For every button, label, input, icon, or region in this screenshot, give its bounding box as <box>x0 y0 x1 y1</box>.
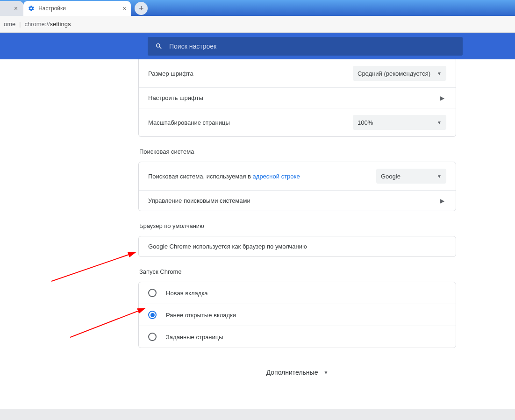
tab-strip: × Настройки × + <box>0 0 515 16</box>
startup-option-label: Заданные страницы <box>166 334 223 341</box>
gear-icon <box>28 5 35 12</box>
manage-search-engines-row[interactable]: Управление поисковыми системами ▶ <box>139 190 456 211</box>
url-field[interactable]: chrome://settings <box>24 21 71 28</box>
url-path: settings <box>50 21 71 28</box>
startup-option-label: Ранее открытые вкладки <box>166 312 236 319</box>
url-scheme: chrome:// <box>24 21 50 28</box>
search-icon <box>155 43 163 50</box>
search-engine-label: Поисковая система, используемая в адресн… <box>148 173 376 180</box>
customize-fonts-label: Настроить шрифты <box>148 94 438 101</box>
advanced-toggle[interactable]: Дополнительные ▼ <box>138 369 456 376</box>
appearance-card: Размер шрифта Средний (рекомендуется) ▼ … <box>138 59 456 137</box>
chevron-down-icon: ▼ <box>437 120 442 125</box>
startup-option-new-tab[interactable]: Новая вкладка <box>139 282 456 304</box>
search-engine-value: Google <box>381 173 401 180</box>
startup-option-label: Новая вкладка <box>166 290 208 297</box>
tab-title: Настройки <box>38 5 66 12</box>
address-bar: ome | chrome://settings <box>0 16 515 33</box>
chevron-down-icon: ▼ <box>437 71 442 76</box>
close-icon[interactable]: × <box>122 5 126 12</box>
taskbar-fragment <box>0 409 515 420</box>
page-zoom-dropdown[interactable]: 100% ▼ <box>353 115 446 130</box>
search-engine-dropdown[interactable]: Google ▼ <box>376 169 446 184</box>
close-icon[interactable]: × <box>14 5 18 12</box>
chevron-down-icon: ▼ <box>437 174 442 179</box>
font-size-value: Средний (рекомендуется) <box>358 70 430 77</box>
separator: | <box>19 21 21 28</box>
settings-search[interactable] <box>148 37 463 56</box>
font-size-dropdown[interactable]: Средний (рекомендуется) ▼ <box>353 66 446 81</box>
page-zoom-label: Масштабирование страницы <box>148 119 353 126</box>
default-browser-row: Google Chrome используется как браузер п… <box>139 236 456 256</box>
settings-search-input[interactable] <box>169 43 455 50</box>
font-size-label: Размер шрифта <box>148 70 353 77</box>
settings-header <box>0 33 515 59</box>
startup-title: Запуск Chrome <box>139 268 456 275</box>
plus-icon: + <box>139 4 144 14</box>
page-zoom-value: 100% <box>358 119 373 126</box>
chevron-down-icon: ▼ <box>323 370 328 375</box>
new-tab-button[interactable]: + <box>135 2 148 15</box>
radio-icon <box>148 333 157 341</box>
customize-fonts-row[interactable]: Настроить шрифты ▶ <box>139 87 456 108</box>
default-browser-text: Google Chrome используется как браузер п… <box>148 243 446 250</box>
default-browser-card: Google Chrome используется как браузер п… <box>138 236 456 257</box>
settings-content: Размер шрифта Средний (рекомендуется) ▼ … <box>0 59 515 409</box>
default-browser-title: Браузер по умолчанию <box>139 222 456 229</box>
home-button-label[interactable]: ome <box>4 21 15 28</box>
search-engine-title: Поисковая система <box>139 148 456 155</box>
startup-card: Новая вкладка Ранее открытые вкладки Зад… <box>138 282 456 348</box>
page-zoom-row: Масштабирование страницы 100% ▼ <box>139 108 456 136</box>
chevron-right-icon: ▶ <box>438 95 446 101</box>
chevron-right-icon: ▶ <box>438 198 446 204</box>
search-engine-label-link[interactable]: адресной строке <box>253 173 300 180</box>
radio-icon <box>148 311 157 319</box>
advanced-label: Дополнительные <box>266 369 318 376</box>
startup-option-specific[interactable]: Заданные страницы <box>139 326 456 348</box>
tab-previous[interactable]: × <box>0 1 23 16</box>
search-engine-label-prefix: Поисковая система, используемая в <box>148 173 253 180</box>
manage-search-engines-label: Управление поисковыми системами <box>148 197 438 204</box>
startup-option-continue[interactable]: Ранее открытые вкладки <box>139 304 456 326</box>
search-engine-card: Поисковая система, используемая в адресн… <box>138 162 456 211</box>
font-size-row: Размер шрифта Средний (рекомендуется) ▼ <box>139 59 456 87</box>
search-engine-row: Поисковая система, используемая в адресн… <box>139 162 456 190</box>
radio-icon <box>148 289 157 297</box>
tab-settings[interactable]: Настройки × <box>23 1 131 16</box>
